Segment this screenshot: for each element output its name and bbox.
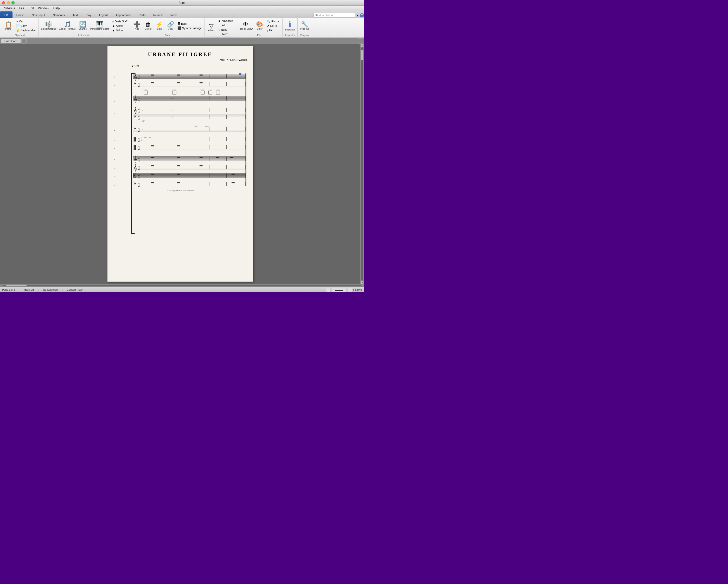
find-up-icon[interactable]: ▲ xyxy=(356,14,359,17)
treble-clef-trumpet: 𝄞 xyxy=(133,73,137,81)
tab-file[interactable]: File xyxy=(0,11,12,18)
select-graphic-button[interactable]: 🎼 Select Graphic xyxy=(40,21,57,31)
tab-view[interactable]: View xyxy=(166,12,181,18)
inspector-label: Inspector xyxy=(285,28,295,31)
score-wrapper[interactable]: URBANE FILIGREE MICHAEL EASTWOOD ♩ = 100… xyxy=(0,44,364,284)
tab-appearance[interactable]: Appearance xyxy=(112,12,135,18)
chord-name: A♭add9 xyxy=(143,89,147,91)
zoom-in-button[interactable]: + xyxy=(348,288,352,292)
bars-label: Bars xyxy=(132,33,203,36)
concert-pitch[interactable]: Concert Pitch xyxy=(67,288,82,291)
close-button[interactable] xyxy=(2,1,5,4)
scroll-down-button[interactable]: ▼ xyxy=(361,281,363,284)
more-icon: ⋯ xyxy=(218,32,222,36)
tab-review[interactable]: Review xyxy=(149,12,166,18)
h-scroll-thumb[interactable] xyxy=(6,285,27,286)
tab-home[interactable]: Home xyxy=(12,12,28,18)
guitar-notes: ♩♪♪ xyxy=(142,97,146,99)
add-tab-button[interactable]: + xyxy=(21,38,27,44)
menu-edit[interactable]: Edit xyxy=(26,6,36,11)
tab-layout[interactable]: Layout xyxy=(95,12,112,18)
add-button[interactable]: ➕ Add xyxy=(132,21,142,31)
color-icon: 🎨 xyxy=(256,22,263,27)
ribbon-tabs: File Home Note Input Notations Text Play… xyxy=(0,11,364,18)
vertical-scrollbar[interactable]: ▲ ▼ xyxy=(360,44,364,284)
whole-rest xyxy=(199,82,202,83)
remove-tab-button[interactable]: − xyxy=(358,38,363,44)
delete-label: Delete xyxy=(145,28,151,30)
all-button[interactable]: ☰ All xyxy=(217,23,234,27)
find-question-icon[interactable]: ? xyxy=(360,13,364,18)
flip-button[interactable]: ↕ Flip xyxy=(266,28,281,32)
above-button[interactable]: ▲ Above xyxy=(111,24,129,28)
capture-idea-button[interactable]: 💡 Capture Idea xyxy=(15,28,37,32)
h-scroll-track[interactable] xyxy=(3,285,361,286)
transposing-icon: 🎹 xyxy=(96,22,103,27)
whole-rest xyxy=(151,75,154,76)
transposing-score-button[interactable]: 🎹 Transposing Score xyxy=(88,21,110,31)
chord-box xyxy=(208,91,212,95)
split-icon: ⚡ xyxy=(156,22,163,27)
paste-button[interactable]: 📋 Paste xyxy=(3,21,14,31)
copy-button[interactable]: 📄 Copy xyxy=(15,24,37,28)
edit-col: 🔍 Find ▼ ↗ Go To ↕ Flip xyxy=(266,20,281,32)
inspector-button[interactable]: ℹ Inspector xyxy=(284,20,296,31)
selection-status[interactable]: No Selection xyxy=(43,288,58,291)
tab-notations[interactable]: Notations xyxy=(49,12,69,18)
join-button[interactable]: 🔗 Join xyxy=(165,21,176,31)
instruments-group: 🎼 Select Graphic 🎵 Add or Remove 🔄 Chang… xyxy=(38,18,130,37)
add-remove-button[interactable]: 🎵 Add or Remove xyxy=(58,21,77,31)
above-icon: ▲ xyxy=(112,24,115,28)
full-score-tab[interactable]: Full Score xyxy=(1,39,21,43)
whole-rest xyxy=(151,145,154,146)
tab-note-input[interactable]: Note Input xyxy=(28,12,49,18)
perc-clef xyxy=(133,145,134,150)
page-number: Page 1 of 6 xyxy=(2,288,15,291)
plugins-label: Plug-ins xyxy=(299,33,310,36)
select-graphic-label: Select Graphic xyxy=(41,28,56,30)
change-button[interactable]: 🔄 Change xyxy=(77,21,88,31)
find-ribbon-input[interactable] xyxy=(314,13,355,18)
scroll-thumb[interactable] xyxy=(361,50,363,60)
tab-parts[interactable]: Parts xyxy=(135,12,149,18)
menu-sibelius[interactable]: Sibelius xyxy=(2,6,17,11)
advanced-button[interactable]: ◈ Advanced xyxy=(217,19,234,23)
color-button[interactable]: 🎨 Color xyxy=(255,21,265,31)
filters-button[interactable]: ▽ Filters xyxy=(206,23,216,32)
hide-show-button[interactable]: 👁 Hide or Show xyxy=(238,21,254,31)
inspector-group-label: Inspector xyxy=(284,33,296,36)
none-button[interactable]: ○ None xyxy=(217,28,234,32)
fullscreen-button[interactable] xyxy=(11,1,15,4)
split-button[interactable]: ⚡ Split xyxy=(154,21,164,31)
horizontal-scrollbar[interactable] xyxy=(0,284,364,287)
menu-window[interactable]: Window xyxy=(36,6,51,11)
more-button[interactable]: ⋯ More xyxy=(217,32,234,36)
chord-name: G♭add9 xyxy=(200,89,204,91)
system-passage-button[interactable]: ⬛ System Passage xyxy=(176,26,203,30)
ossia-staff-button[interactable]: ≡ Ossia Staff xyxy=(111,20,129,24)
tab-text[interactable]: Text xyxy=(69,12,82,18)
instruments-label: Instruments xyxy=(40,33,129,36)
tab-play[interactable]: Play xyxy=(82,12,95,18)
piano-label: Electric Stage Piano xyxy=(114,113,115,115)
bars-button[interactable]: ☰ Bars xyxy=(176,22,203,26)
chord-box xyxy=(173,91,176,95)
zoom-out-button[interactable]: − xyxy=(326,288,330,292)
below-button[interactable]: ▼ Below xyxy=(111,28,129,32)
change-icon: 🔄 xyxy=(79,22,86,27)
scroll-track[interactable] xyxy=(361,47,363,281)
plugins-button[interactable]: 🔧 Plug-ins xyxy=(299,21,310,31)
find-button[interactable]: 🔍 Find ▼ xyxy=(266,20,281,24)
cut-button[interactable]: ✂ Cut xyxy=(15,20,37,24)
zoom-slider[interactable]: ▬▬▬ xyxy=(331,288,347,292)
advanced-label: Advanced xyxy=(222,20,233,22)
delete-button[interactable]: 🗑 Delete xyxy=(143,21,153,31)
menu-file[interactable]: File xyxy=(17,6,26,11)
time-sig: 4 xyxy=(138,168,139,171)
minimize-button[interactable] xyxy=(7,1,10,4)
goto-button[interactable]: ↗ Go To xyxy=(266,24,281,28)
whole-rest xyxy=(151,182,154,183)
scroll-up-button[interactable]: ▲ xyxy=(361,44,363,47)
menu-help[interactable]: Help xyxy=(51,6,62,11)
advanced-icon: ◈ xyxy=(218,19,220,23)
